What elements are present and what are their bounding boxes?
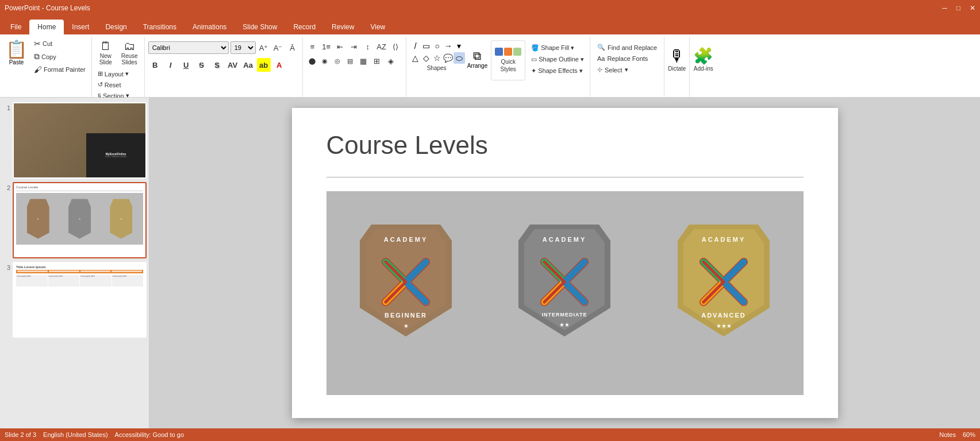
shape-triangle[interactable]: △ bbox=[410, 52, 421, 64]
slide-canvas[interactable]: Course Levels ACADEMY bbox=[292, 108, 838, 418]
increase-indent-button[interactable]: ⇥ bbox=[348, 40, 360, 53]
numbering-button[interactable]: 1≡ bbox=[320, 40, 333, 53]
sort-button[interactable]: AZ bbox=[375, 40, 388, 53]
shapes-label[interactable]: Shapes bbox=[427, 65, 447, 71]
tab-record[interactable]: Record bbox=[285, 20, 324, 34]
minimize-btn[interactable]: ─ bbox=[942, 4, 947, 12]
text-convert-button[interactable]: ⟨⟩ bbox=[389, 40, 402, 53]
align-left-button[interactable]: ⬤ bbox=[306, 56, 318, 66]
bold-button[interactable]: B bbox=[148, 58, 162, 72]
shape-selected[interactable]: ⬭ bbox=[454, 52, 465, 64]
clear-format-button[interactable]: Ā bbox=[286, 41, 299, 54]
strikethrough-button[interactable]: S bbox=[195, 58, 209, 72]
shape-fill-icon: 🪣 bbox=[531, 44, 539, 52]
tab-file[interactable]: File bbox=[2, 20, 29, 34]
tab-bar: File Home Insert Design Transitions Anim… bbox=[0, 16, 980, 34]
tab-view[interactable]: View bbox=[362, 20, 393, 34]
reuse-slides-button[interactable]: 🗂 Reuse Slides bbox=[118, 38, 141, 67]
svg-text:ADVANCED: ADVANCED bbox=[701, 312, 746, 319]
layout-button[interactable]: ⊞ Layout ▾ bbox=[95, 69, 132, 79]
shape-effects-button[interactable]: ✦ Shape Effects ▾ bbox=[529, 66, 586, 76]
align-center-button[interactable]: ◉ bbox=[319, 56, 330, 66]
svg-text:★: ★ bbox=[403, 323, 408, 329]
svg-text:★★: ★★ bbox=[559, 322, 570, 328]
close-btn[interactable]: ✕ bbox=[970, 4, 975, 12]
svg-text:ACADEMY: ACADEMY bbox=[543, 236, 587, 243]
arrange-icon[interactable]: ⧉ bbox=[473, 49, 481, 63]
slide-thumb-3[interactable]: 3 Title Lorem Ipsum bbox=[2, 262, 147, 338]
slide-thumb-1[interactable]: 1 MyExcelOnline EXCEL TRAINING GUIDES bbox=[2, 102, 147, 179]
dictate-label[interactable]: Dictate bbox=[668, 65, 686, 72]
paste-button[interactable]: 📋 Paste bbox=[3, 38, 29, 67]
badges-area: ACADEMY BEGINNER ★ bbox=[326, 191, 804, 395]
language-info: English (United States) bbox=[43, 431, 108, 438]
shape-line[interactable]: / bbox=[410, 40, 421, 52]
char-spacing-button[interactable]: AV bbox=[226, 58, 240, 72]
font-color-button[interactable]: A bbox=[272, 58, 286, 72]
addins-label[interactable]: Add-ins bbox=[694, 65, 713, 72]
shadow-button[interactable]: S bbox=[210, 58, 224, 72]
copy-button[interactable]: ⧉ Copy bbox=[32, 51, 88, 63]
text-direction-button[interactable]: ⊞ bbox=[371, 55, 383, 67]
find-replace-button[interactable]: 🔍 Find and Replace bbox=[594, 42, 660, 52]
app-title: PowerPoint - Course Levels bbox=[5, 4, 90, 12]
justify-button[interactable]: ▤ bbox=[344, 56, 356, 66]
new-slide-button[interactable]: 🗒 New Slide bbox=[95, 38, 116, 67]
highlight-button[interactable]: ab bbox=[257, 58, 271, 72]
shape-fill-button[interactable]: 🪣 Shape Fill ▾ bbox=[529, 43, 586, 53]
shape-more[interactable]: ▾ bbox=[454, 40, 465, 52]
shape-effects-icon: ✦ bbox=[531, 67, 536, 75]
quick-styles-label: Quick Styles bbox=[501, 58, 516, 73]
columns-button[interactable]: ▦ bbox=[357, 55, 370, 67]
slide-thumb-2[interactable]: 2 Course Levels X X bbox=[2, 182, 147, 258]
decrease-font-button[interactable]: A⁻ bbox=[272, 41, 285, 54]
tab-slideshow[interactable]: Slide Show bbox=[235, 20, 285, 34]
tab-home[interactable]: Home bbox=[29, 20, 64, 34]
smart-art-button[interactable]: ◈ bbox=[385, 55, 397, 67]
advanced-badge-svg: ACADEMY ADVANCED ★★★ bbox=[678, 225, 770, 336]
shape-callout[interactable]: 💬 bbox=[443, 52, 454, 64]
underline-button[interactable]: U bbox=[179, 58, 193, 72]
tab-animations[interactable]: Animations bbox=[185, 20, 235, 34]
shape-outline-button[interactable]: ▭ Shape Outline ▾ bbox=[529, 55, 586, 64]
shape-circle[interactable]: ○ bbox=[432, 40, 443, 52]
select-button[interactable]: ⊹ Select ▾ bbox=[594, 65, 660, 75]
beginner-badge[interactable]: ACADEMY BEGINNER ★ bbox=[348, 225, 463, 362]
svg-text:BEGINNER: BEGINNER bbox=[385, 312, 427, 319]
reset-button[interactable]: ↺ Reset bbox=[95, 80, 132, 90]
format-painter-button[interactable]: 🖌 Format Painter bbox=[32, 64, 88, 75]
italic-button[interactable]: I bbox=[164, 58, 178, 72]
font-family-select[interactable]: Calibri bbox=[148, 41, 229, 54]
arrange-label[interactable]: Arrange bbox=[467, 63, 488, 69]
change-case-button[interactable]: Aa bbox=[241, 58, 255, 72]
tab-review[interactable]: Review bbox=[324, 20, 362, 34]
quick-styles-button[interactable]: Quick Styles bbox=[491, 40, 525, 80]
addins-icon[interactable]: 🧩 bbox=[693, 47, 713, 65]
align-right-button[interactable]: ◎ bbox=[332, 56, 343, 66]
shape-diamond[interactable]: ◇ bbox=[421, 52, 432, 64]
layout-icon: ⊞ bbox=[98, 70, 103, 78]
decrease-indent-button[interactable]: ⇤ bbox=[334, 40, 347, 53]
slide-thumbnail-3[interactable]: Title Lorem Ipsum Lorem ipsum dolor Lore… bbox=[13, 262, 147, 338]
shape-arrow[interactable]: → bbox=[443, 40, 454, 52]
shape-star[interactable]: ☆ bbox=[432, 52, 443, 64]
bullets-button[interactable]: ≡ bbox=[306, 40, 319, 53]
line-spacing-button[interactable]: ↕ bbox=[362, 40, 374, 53]
dictate-icon[interactable]: 🎙 bbox=[669, 47, 685, 65]
slide-thumbnail-1[interactable]: MyExcelOnline EXCEL TRAINING GUIDES bbox=[13, 102, 147, 179]
tab-insert[interactable]: Insert bbox=[64, 20, 97, 34]
maximize-btn[interactable]: □ bbox=[956, 4, 960, 12]
intermediate-badge[interactable]: ACADEMY INTERMEDIATE ★★ bbox=[507, 225, 622, 362]
cut-button[interactable]: ✂ Cut bbox=[32, 38, 88, 49]
slide-thumbnail-2[interactable]: Course Levels X X X bbox=[13, 182, 147, 258]
increase-font-button[interactable]: A⁺ bbox=[258, 41, 270, 54]
font-size-select[interactable]: 19 bbox=[230, 41, 256, 54]
svg-text:ACADEMY: ACADEMY bbox=[384, 236, 428, 243]
tab-design[interactable]: Design bbox=[97, 20, 134, 34]
reset-icon: ↺ bbox=[98, 81, 103, 88]
replace-fonts-button[interactable]: Aa Replace Fonts bbox=[594, 54, 660, 63]
advanced-badge[interactable]: ACADEMY ADVANCED ★★★ bbox=[666, 225, 781, 362]
shape-rect[interactable]: ▭ bbox=[421, 40, 432, 52]
tab-transitions[interactable]: Transitions bbox=[135, 20, 185, 34]
notes-btn[interactable]: Notes bbox=[939, 431, 956, 438]
